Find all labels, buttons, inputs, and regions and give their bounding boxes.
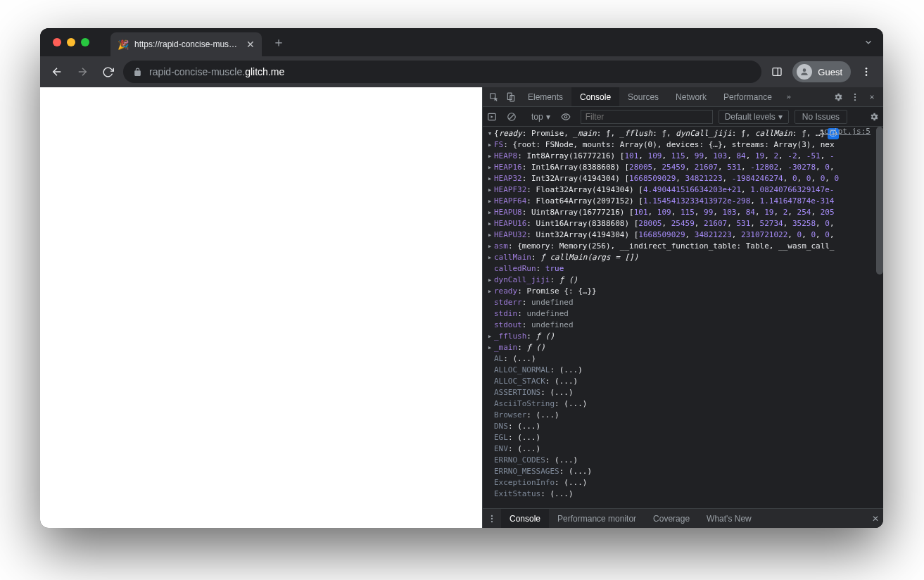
window-controls [53,38,89,46]
svg-point-18 [491,517,493,519]
forward-button[interactable] [72,62,92,82]
avatar-icon [797,64,812,80]
execution-context-selector[interactable]: top ▾ [526,110,555,124]
object-property-row[interactable]: ▸HEAPU32: Uint32Array(4194304) [16685090… [483,229,883,241]
svg-point-12 [854,99,856,100]
object-getter-row[interactable]: ExitStatus: (...) [483,488,883,500]
drawer-close-icon[interactable]: ✕ [872,514,879,524]
profile-label: Guest [818,67,842,77]
object-getter-row[interactable]: ERRNO_CODES: (...) [483,455,883,466]
browser-tab[interactable]: 🎉 https://rapid-concise-muscle.g ✕ [110,32,262,56]
new-tab-button[interactable]: ＋ [269,32,289,52]
object-property-row[interactable]: ▸_fflush: ƒ () [483,331,883,342]
more-tabs-icon[interactable]: » [780,92,797,101]
profile-button[interactable]: Guest [792,61,851,82]
chevron-down-icon: ▾ [778,112,783,122]
object-property-row[interactable]: ▸HEAPU8: Uint8Array(16777216) [101, 109,… [483,207,883,218]
tab-sources[interactable]: Sources [619,87,667,106]
source-link[interactable]: script.js:5 [819,127,871,136]
console-sidebar-toggle-icon[interactable] [487,112,501,122]
object-property-row[interactable]: ▸HEAPF32: Float32Array(4194304) [4.49044… [483,184,883,196]
tab-elements[interactable]: Elements [519,87,571,106]
console-output[interactable]: script.js:5 ▾{ready: Promise, _main: ƒ, … [483,127,883,508]
object-getter-row[interactable]: Browser: (...) [483,410,883,421]
page-viewport[interactable] [40,87,482,528]
object-getter-row[interactable]: AsciiToString: (...) [483,398,883,410]
object-property-row[interactable]: ▸HEAPU16: Uint16Array(8388608) [28005, 2… [483,218,883,229]
object-property-row[interactable]: stdin: undefined [483,308,883,320]
tab-network[interactable]: Network [667,87,715,106]
object-getter-row[interactable]: ENV: (...) [483,443,883,455]
object-property-row[interactable]: ▸HEAPF64: Float64Array(2097152) [1.15454… [483,196,883,207]
scrollbar-thumb[interactable] [876,127,883,275]
browser-window: 🎉 https://rapid-concise-muscle.g ✕ ＋ rap… [40,28,883,528]
device-toolbar-icon[interactable] [502,92,519,102]
clear-console-icon[interactable] [507,112,521,122]
object-property-row[interactable]: ▸HEAP32: Int32Array(4194304) [1668509029… [483,173,883,184]
object-property-row[interactable]: stderr: undefined [483,297,883,308]
side-panel-button[interactable] [767,62,787,82]
object-getter-row[interactable]: ERRNO_MESSAGES: (...) [483,466,883,477]
svg-point-11 [854,96,856,97]
back-button[interactable] [47,62,67,82]
maximize-window-button[interactable] [81,38,89,46]
drawer-tab-coverage[interactable]: Coverage [645,509,698,528]
devtools-close-icon[interactable]: ✕ [863,92,880,101]
tab-console[interactable]: Console [571,87,619,106]
tabs-dropdown-icon[interactable] [863,37,873,47]
svg-line-15 [510,114,514,119]
issues-button[interactable]: No Issues [795,110,847,124]
scrollbar-track [876,127,883,508]
inspect-element-icon[interactable] [486,92,502,102]
tab-performance[interactable]: Performance [715,87,780,106]
close-window-button[interactable] [53,38,61,46]
devtools-tabs: Elements Console Sources Network Perform… [483,87,883,107]
svg-point-19 [491,520,493,522]
object-getter-row[interactable]: DNS: (...) [483,421,883,432]
drawer-tab-whats-new[interactable]: What's New [698,509,760,528]
svg-point-4 [866,68,868,70]
drawer-tab-performance-monitor[interactable]: Performance monitor [549,509,645,528]
devtools-settings-icon[interactable] [830,92,847,102]
object-getter-row[interactable]: ALLOC_NORMAL: (...) [483,365,883,376]
object-property-row[interactable]: ▸dynCall_jiji: ƒ () [483,275,883,286]
object-getter-row[interactable]: ASSERTIONS: (...) [483,387,883,398]
console-settings-icon[interactable] [869,112,879,122]
devtools-menu-icon[interactable] [847,92,863,102]
object-getter-row[interactable]: ExceptionInfo: (...) [483,477,883,488]
svg-rect-2 [773,68,781,76]
drawer-tab-console[interactable]: Console [501,509,549,528]
svg-point-16 [564,115,567,118]
drawer-menu-icon[interactable] [487,514,501,524]
object-getter-row[interactable]: ALLOC_STACK: (...) [483,376,883,387]
svg-point-10 [854,93,856,94]
object-property-row[interactable]: stdout: undefined [483,320,883,331]
console-filter-input[interactable] [581,110,713,124]
object-property-row[interactable]: ▸callMain: ƒ callMain(args = []) [483,252,883,263]
live-expression-icon[interactable] [561,112,575,122]
url-text: rapid-concise-muscle.glitch.me [149,66,284,77]
content-area: Elements Console Sources Network Perform… [40,87,883,528]
object-property-row[interactable]: ▸asm: {memory: Memory(256), __indirect_f… [483,241,883,252]
object-property-row[interactable]: ▸HEAP8: Int8Array(16777216) [101, 109, 1… [483,151,883,162]
object-property-row[interactable]: ▸_main: ƒ () [483,342,883,353]
object-getter-row[interactable]: EGL: (...) [483,432,883,443]
object-property-row[interactable]: ▸FS: {root: FSNode, mounts: Array(0), de… [483,139,883,151]
object-property-row[interactable]: calledRun: true [483,263,883,275]
svg-point-5 [866,71,868,73]
devtools-drawer: Console Performance monitor Coverage Wha… [483,508,883,528]
object-getter-row[interactable]: AL: (...) [483,353,883,365]
address-bar[interactable]: rapid-concise-muscle.glitch.me [123,61,761,83]
console-toolbar: top ▾ Default levels▾ No Issues [483,107,883,127]
close-tab-icon[interactable]: ✕ [246,39,255,50]
log-levels-selector[interactable]: Default levels▾ [719,110,789,124]
svg-point-17 [491,515,493,516]
browser-menu-button[interactable] [856,62,876,82]
browser-toolbar: rapid-concise-muscle.glitch.me Guest [40,56,883,87]
object-property-row[interactable]: ▸HEAP16: Int16Array(8388608) [28005, 254… [483,162,883,173]
svg-point-6 [866,74,868,76]
reload-button[interactable] [98,62,118,82]
devtools-panel: Elements Console Sources Network Perform… [482,87,883,528]
object-property-row[interactable]: ▸ready: Promise {: {…}} [483,286,883,297]
minimize-window-button[interactable] [67,38,75,46]
